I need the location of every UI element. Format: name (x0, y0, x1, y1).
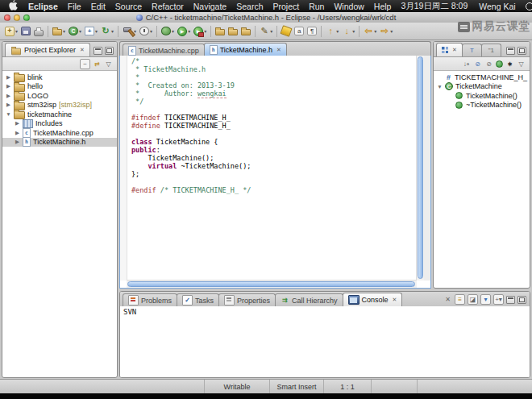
refresh-dropdown-icon[interactable]: ▾ (111, 28, 114, 34)
view-tab-console[interactable]: Console✕ (343, 293, 403, 306)
next-annotation-button[interactable]: ↓▾ (340, 24, 356, 39)
sort-icon[interactable]: ↓a (462, 60, 471, 69)
expand-collapsed-icon[interactable]: ▶ (6, 93, 11, 99)
new-cpp-class-dropdown-icon[interactable]: ▾ (79, 28, 81, 34)
collapse-all-icon[interactable]: − (80, 59, 90, 69)
search-dropdown-icon[interactable]: ▾ (270, 28, 272, 34)
outline-item-ticketmachine[interactable]: ~TicketMachine() (434, 101, 530, 110)
editor-tab-ticketmachine-h[interactable]: hTicketMachine.h✕ (204, 43, 287, 56)
menu-run[interactable]: Run (304, 2, 329, 11)
save-button[interactable] (19, 24, 32, 39)
last-edit-location-dropdown-icon[interactable]: ▾ (336, 28, 339, 34)
spotlight-icon[interactable] (526, 2, 532, 10)
expand-collapsed-icon[interactable]: ▶ (15, 139, 20, 145)
close-view-icon[interactable]: ✕ (452, 47, 457, 53)
menu-navigate[interactable]: Navigate (189, 2, 231, 11)
menu-window[interactable]: Window (329, 2, 368, 11)
view-tab-call-hierarchy[interactable]: ⇉Call Hierarchy (275, 293, 343, 306)
run-button[interactable]: ▶▾ (176, 24, 192, 39)
console-output[interactable]: SVN (120, 306, 530, 377)
new-wizard-dropdown-icon[interactable]: ▾ (15, 28, 18, 34)
outline-item-ticketmachine[interactable]: ▼CTicketMachine (434, 82, 530, 92)
tree-item-blink[interactable]: ▶blink (2, 73, 117, 82)
tree-item-stm32isp[interactable]: ▶stm32isp [stm32isp] (2, 101, 117, 110)
horizontal-scrollbar-thumb[interactable] (127, 281, 415, 287)
tree-item-ticketmachine-cpp[interactable]: ▶cTicketMachine.cpp (2, 128, 117, 138)
tree-item-ticketmachine[interactable]: ▼ticketmachine (2, 110, 117, 119)
minimize-view-button[interactable] (94, 47, 102, 55)
menu-edit[interactable]: Edit (86, 2, 110, 11)
display-console-icon[interactable]: ▾ (480, 294, 491, 305)
menu-project[interactable]: Project (268, 2, 305, 11)
pin-console-icon[interactable]: ◪ (468, 294, 478, 305)
new-cpp-project-button[interactable]: ▾ (51, 24, 67, 39)
debug-dropdown-icon[interactable]: ▾ (172, 28, 174, 34)
new-cpp-project-dropdown-icon[interactable]: ▾ (63, 28, 65, 34)
menu-refactor[interactable]: Refactor (147, 2, 189, 11)
expand-expanded-icon[interactable]: ▼ (6, 111, 11, 117)
maximize-view-button[interactable] (517, 296, 526, 304)
minimize-view-button[interactable] (506, 47, 515, 55)
scroll-lock-icon[interactable]: ≡ (455, 294, 465, 305)
hide-inactive-icon[interactable]: ∗ (505, 60, 514, 69)
new-wizard-button[interactable]: +▾ (3, 24, 19, 39)
toggle-mark-occurrences-button[interactable] (280, 24, 293, 39)
hide-non-public-icon[interactable] (496, 60, 503, 68)
forward-dropdown-icon[interactable]: ▾ (390, 28, 393, 34)
external-tools-dropdown-icon[interactable]: ▾ (204, 28, 206, 34)
build-config-button[interactable]: ▾ (138, 24, 154, 39)
new-source-file-dropdown-icon[interactable]: ▾ (95, 28, 98, 34)
back-dropdown-icon[interactable]: ▾ (374, 28, 376, 34)
show-block-selection-button[interactable]: ¶ (305, 24, 318, 39)
print-button[interactable] (32, 24, 45, 39)
menu-source[interactable]: Source (110, 2, 147, 11)
new-cpp-class-button[interactable]: C▾ (67, 24, 83, 39)
debug-button[interactable]: ▾ (160, 24, 176, 39)
expand-collapsed-icon[interactable]: ▶ (6, 74, 11, 81)
expand-collapsed-icon[interactable]: ▶ (15, 130, 20, 136)
open-element-button[interactable] (214, 24, 227, 39)
menu-user[interactable]: Weng Kai (474, 2, 520, 11)
project-explorer-tab[interactable]: Project Explorer ✕ (5, 43, 90, 56)
last-edit-location-button[interactable]: ↑▾ (324, 24, 340, 39)
tree-item-includes[interactable]: ▶Includes (2, 119, 117, 129)
close-tab-icon[interactable]: ✕ (276, 47, 281, 53)
view-tab-tasks[interactable]: ✓Tasks (177, 293, 219, 306)
vertical-scrollbar[interactable] (416, 56, 424, 281)
run-dropdown-icon[interactable]: ▾ (188, 28, 190, 34)
link-with-editor-icon[interactable]: ⇄ (93, 60, 102, 69)
show-whitespace-button[interactable]: a (293, 24, 305, 39)
expand-expanded-icon[interactable]: ▼ (437, 84, 443, 89)
open-type-button[interactable] (239, 24, 252, 39)
search-button[interactable]: ✎▾ (258, 24, 274, 39)
external-tools-button[interactable]: ▶▾ (192, 24, 208, 39)
menu-file[interactable]: File (63, 2, 86, 11)
build-button[interactable]: ▾ (121, 24, 138, 39)
view-menu-icon[interactable]: ▽ (517, 60, 526, 69)
hide-static-members-icon[interactable]: ⊘ (484, 60, 493, 69)
menu-help[interactable]: Help (369, 2, 397, 11)
horizontal-scrollbar[interactable] (127, 280, 417, 288)
menu-search[interactable]: Search (231, 2, 268, 11)
back-button[interactable]: ⇦▾ (362, 24, 378, 39)
new-source-file-button[interactable]: +▾ (83, 24, 99, 39)
tree-item-ticketmachine-h[interactable]: ▶hTicketMachine.h (2, 138, 117, 148)
vertical-scrollbar-thumb[interactable] (418, 56, 423, 279)
tree-item-hello[interactable]: ▶hello (2, 82, 117, 92)
close-view-icon[interactable]: ✕ (80, 47, 85, 53)
next-annotation-dropdown-icon[interactable]: ▾ (352, 28, 355, 34)
expand-collapsed-icon[interactable]: ▶ (6, 83, 11, 89)
expand-collapsed-icon[interactable]: ▶ (15, 120, 20, 127)
outline-tab[interactable]: ✕ (436, 43, 463, 56)
minimize-view-button[interactable] (506, 296, 515, 304)
maximize-view-button[interactable] (517, 47, 526, 55)
menu-eclipse[interactable]: Eclipse (23, 2, 63, 11)
clear-console-icon[interactable]: ✕ (443, 295, 452, 304)
outline-item-ticketmachine-h[interactable]: #TICKETMACHINE_H_ (434, 73, 530, 82)
overview-ruler[interactable] (423, 56, 430, 281)
maximize-view-button[interactable] (105, 47, 114, 55)
documents-view-tab[interactable]: T (462, 44, 482, 56)
open-console-icon[interactable]: +▾ (493, 294, 504, 305)
window-title-bar[interactable]: C/C++ - ticketmachine/TicketMachine.h - … (0, 12, 532, 23)
view-tab-properties[interactable]: Properties (218, 293, 276, 306)
